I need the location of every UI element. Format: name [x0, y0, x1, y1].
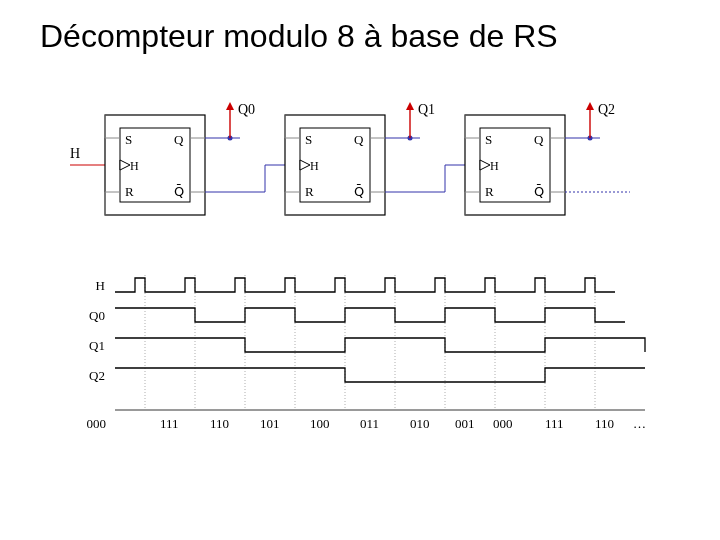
output-q2: Q2 — [598, 102, 615, 117]
circuit-diagram: H S R Q Q̄ H Q0 S R Q Q̄ H — [70, 100, 660, 230]
svg-text:Q̄: Q̄ — [174, 184, 184, 199]
svg-text:Q: Q — [354, 132, 364, 147]
signal-label-q1: Q1 — [89, 338, 105, 353]
svg-text:R: R — [485, 184, 494, 199]
clock-edge-icon — [480, 160, 490, 170]
page-title: Décompteur modulo 8 à base de RS — [40, 18, 558, 55]
waveform-h — [115, 278, 615, 292]
svg-text:H: H — [130, 159, 139, 173]
svg-text:110: 110 — [595, 416, 614, 431]
svg-text:H: H — [490, 159, 499, 173]
svg-text:Q: Q — [174, 132, 184, 147]
svg-text:R: R — [305, 184, 314, 199]
svg-text:000: 000 — [493, 416, 513, 431]
output-q1: Q1 — [418, 102, 435, 117]
waveform-q0 — [115, 308, 625, 322]
svg-text:Q: Q — [534, 132, 544, 147]
svg-text:111: 111 — [545, 416, 564, 431]
svg-text:Q̄: Q̄ — [534, 184, 544, 199]
svg-text:110: 110 — [210, 416, 229, 431]
svg-text:H: H — [310, 159, 319, 173]
flipflop-0: S R Q Q̄ H — [105, 115, 205, 215]
svg-text:111: 111 — [160, 416, 179, 431]
flipflop-1: S R Q Q̄ H — [285, 115, 385, 215]
clock-edge-icon — [300, 160, 310, 170]
input-label: H — [70, 146, 80, 161]
svg-marker-37 — [406, 102, 414, 110]
waveform-q1 — [115, 338, 645, 352]
signal-label-h: H — [96, 278, 105, 293]
svg-text:S: S — [305, 132, 312, 147]
svg-text:011: 011 — [360, 416, 379, 431]
svg-text:101: 101 — [260, 416, 280, 431]
signal-label-q0: Q0 — [89, 308, 105, 323]
svg-marker-17 — [226, 102, 234, 110]
svg-text:100: 100 — [310, 416, 330, 431]
sequence-label: Q2Q1Q0 = 000 — [85, 416, 106, 431]
svg-text:Q̄: Q̄ — [354, 184, 364, 199]
svg-text:S: S — [485, 132, 492, 147]
svg-marker-57 — [586, 102, 594, 110]
svg-text:…: … — [633, 416, 646, 431]
output-q0: Q0 — [238, 102, 255, 117]
clock-edge-icon — [120, 160, 130, 170]
svg-text:S: S — [125, 132, 132, 147]
svg-text:010: 010 — [410, 416, 430, 431]
flipflop-2: S R Q Q̄ H — [465, 115, 565, 215]
timing-diagram: H Q0 Q1 Q2 Q2Q1Q0 = 000 111 110 101 100 … — [85, 270, 655, 460]
waveform-q2 — [115, 368, 645, 382]
svg-text:R: R — [125, 184, 134, 199]
svg-text:001: 001 — [455, 416, 475, 431]
signal-label-q2: Q2 — [89, 368, 105, 383]
